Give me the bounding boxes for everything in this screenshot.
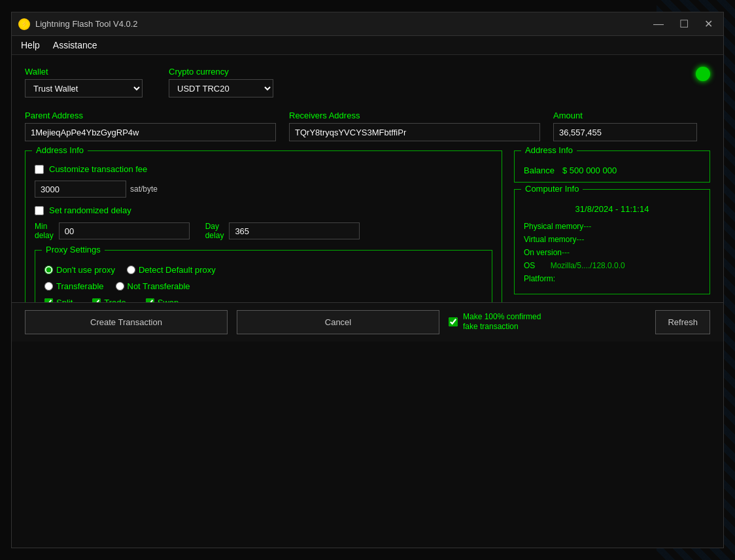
physical-memory-row: Physical memory--- bbox=[524, 222, 700, 231]
refresh-button[interactable]: Refresh bbox=[655, 310, 710, 334]
amount-label: Amount bbox=[553, 111, 710, 120]
no-proxy-label: Don't use proxy bbox=[56, 265, 115, 275]
not-transferable-radio[interactable] bbox=[116, 282, 124, 290]
crypto-group: Crypto currency USDT TRC20 USDT ERC20 BT… bbox=[169, 67, 273, 97]
not-transferable-option[interactable]: Not Transferable bbox=[116, 281, 190, 291]
parent-address-label: Parent Address bbox=[25, 111, 276, 120]
close-button[interactable]: ✕ bbox=[700, 18, 717, 31]
wallet-group: Wallet Trust Wallet MetaMask Exodus Atom… bbox=[25, 67, 143, 97]
receivers-address-group: Receivers Address bbox=[289, 111, 540, 141]
os-value: Mozilla/5..../128.0.0.0 bbox=[551, 261, 625, 270]
on-version-label: On version bbox=[524, 248, 562, 257]
address-info-left-title: Address Info bbox=[32, 145, 88, 155]
cancel-button[interactable]: Cancel bbox=[237, 310, 439, 334]
fee-input[interactable] bbox=[35, 181, 126, 198]
no-proxy-radio[interactable] bbox=[44, 266, 53, 274]
crypto-select[interactable]: USDT TRC20 USDT ERC20 BTC ETH BNB bbox=[169, 79, 273, 97]
address-info-right-title: Address Info bbox=[521, 145, 577, 155]
virtual-memory-row: Virtual memory--- bbox=[524, 235, 700, 244]
virtual-memory-value: --- bbox=[576, 235, 584, 244]
window-controls: — ☐ ✕ bbox=[649, 18, 717, 31]
on-version-value: --- bbox=[562, 248, 570, 257]
status-indicator bbox=[696, 67, 710, 81]
min-delay-label: Min delay bbox=[35, 222, 54, 241]
min-delay-input[interactable] bbox=[59, 222, 190, 239]
platform-row: Platform: bbox=[524, 274, 700, 283]
detect-proxy-option[interactable]: Detect Default proxy bbox=[127, 265, 216, 275]
parent-address-group: Parent Address bbox=[25, 111, 276, 141]
day-delay-input[interactable] bbox=[229, 222, 360, 239]
platform-label: Platform: bbox=[524, 274, 555, 283]
os-row: OS Mozilla/5..../128.0.0.0 bbox=[524, 261, 700, 270]
fee-unit: sat/byte bbox=[130, 184, 158, 194]
not-transferable-label: Not Transferable bbox=[128, 281, 190, 291]
proxy-settings-title: Proxy Settings bbox=[42, 245, 105, 254]
min-delay-field: Min delay bbox=[35, 222, 190, 241]
amount-input[interactable] bbox=[553, 123, 697, 141]
menu-help[interactable]: Help bbox=[21, 40, 40, 50]
receivers-address-label: Receivers Address bbox=[289, 111, 540, 120]
fake-transaction-wrapper: Make 100% confirmed fake transaction bbox=[449, 312, 548, 332]
day-delay-field: Day delay bbox=[205, 222, 360, 241]
detect-proxy-label: Detect Default proxy bbox=[139, 265, 216, 275]
menu-assistance[interactable]: Assistance bbox=[53, 40, 97, 50]
receivers-address-input[interactable] bbox=[289, 123, 540, 141]
set-randomized-label[interactable]: Set randomized delay bbox=[49, 205, 131, 215]
physical-memory-label: Physical memory bbox=[524, 222, 583, 231]
create-transaction-button[interactable]: Create Transaction bbox=[25, 310, 228, 334]
set-randomized-checkbox[interactable] bbox=[35, 206, 44, 215]
no-proxy-option[interactable]: Don't use proxy bbox=[44, 265, 115, 275]
window-title: Lightning Flash Tool V4.0.2 bbox=[35, 19, 138, 29]
os-label: OS bbox=[524, 261, 535, 270]
balance-label: Balance bbox=[524, 166, 555, 175]
transferable-radio[interactable] bbox=[44, 282, 53, 290]
day-delay-label: Day delay bbox=[205, 222, 224, 241]
app-icon: ⚡ bbox=[18, 18, 30, 30]
address-info-right-box: Address Info Balance $ 500 000 000 bbox=[514, 150, 710, 183]
virtual-memory-label: Virtual memory bbox=[524, 235, 576, 244]
on-version-row: On version--- bbox=[524, 248, 700, 257]
physical-memory-value: --- bbox=[583, 222, 591, 231]
wallet-select[interactable]: Trust Wallet MetaMask Exodus Atomic bbox=[25, 79, 143, 97]
menubar: Help Assistance bbox=[12, 36, 723, 55]
computer-datetime: 31/8/2024 - 11:1:14 bbox=[524, 204, 700, 214]
customize-fee-label[interactable]: Customize transaction fee bbox=[49, 164, 147, 174]
computer-info-box: Computer Info 31/8/2024 - 11:1:14 Physic… bbox=[514, 189, 710, 294]
parent-address-input[interactable] bbox=[25, 123, 276, 141]
amount-group: Amount bbox=[553, 111, 710, 141]
address-info-left-box: Address Info Customize transaction fee s… bbox=[25, 150, 502, 322]
maximize-button[interactable]: ☐ bbox=[675, 18, 692, 31]
balance-value: $ 500 000 000 bbox=[562, 166, 617, 175]
wallet-label: Wallet bbox=[25, 67, 143, 77]
customize-fee-checkbox[interactable] bbox=[35, 165, 44, 174]
minimize-button[interactable]: — bbox=[649, 18, 668, 31]
transferable-option[interactable]: Transferable bbox=[44, 281, 104, 291]
fake-transaction-label[interactable]: Make 100% confirmed fake transaction bbox=[463, 312, 548, 332]
detect-proxy-radio[interactable] bbox=[127, 266, 135, 274]
fake-transaction-checkbox[interactable] bbox=[449, 317, 458, 326]
computer-info-title: Computer Info bbox=[521, 184, 583, 194]
titlebar: ⚡ Lightning Flash Tool V4.0.2 — ☐ ✕ bbox=[12, 12, 723, 36]
bottom-bar: Create Transaction Cancel Make 100% conf… bbox=[12, 302, 723, 341]
crypto-label: Crypto currency bbox=[169, 67, 273, 77]
transferable-label: Transferable bbox=[56, 281, 104, 291]
